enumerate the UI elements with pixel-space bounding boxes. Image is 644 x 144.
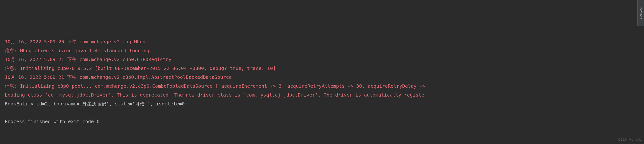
console-line: Process finished with exit code 0	[5, 117, 639, 126]
console-line: 10月 16, 2022 5:09:21 下午 com.mchange.v2.c…	[5, 55, 639, 64]
console-line: BookEntity{id=2, bookname='外星历险记', state…	[5, 99, 639, 108]
console-line	[5, 108, 639, 117]
console-output: 10月 16, 2022 5:09:20 下午 com.mchange.v2.l…	[5, 37, 639, 126]
watermark: CSDN @qhdttL	[618, 137, 641, 142]
console-line: 信息: Initializing c3p0 pool... com.mchang…	[5, 82, 639, 91]
notifications-tab[interactable]: ifications	[637, 0, 644, 26]
console-line: Loading class `com.mysql.jdbc.Driver'. T…	[5, 91, 639, 99]
console-line: 信息: MLog clients using java 1.4+ standar…	[5, 46, 639, 55]
console-line: 10月 16, 2022 5:09:20 下午 com.mchange.v2.l…	[5, 37, 639, 46]
console-line: 10月 16, 2022 5:09:21 下午 com.mchange.v2.c…	[5, 73, 639, 82]
console-line: 信息: Initializing c3p0-0.9.5.2 [built 08-…	[5, 64, 639, 73]
